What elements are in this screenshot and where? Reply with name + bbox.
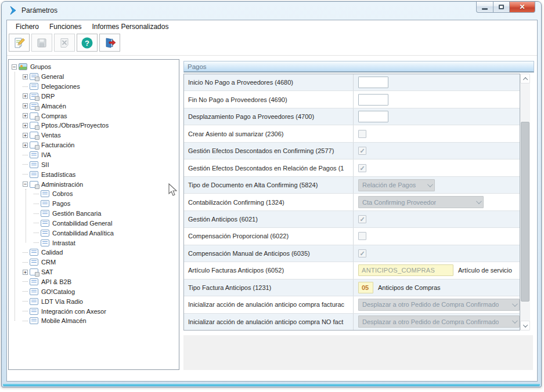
scroll-up-button[interactable] xyxy=(520,74,530,84)
expand-icon[interactable]: + xyxy=(23,123,28,128)
maximize-button[interactable] xyxy=(493,2,510,13)
tree-item-pptos-obras-proyectos[interactable]: +Pptos./Obras/Proyectos xyxy=(9,121,179,130)
expand-icon[interactable]: + xyxy=(23,103,28,108)
tree-item-compras[interactable]: +Compras xyxy=(9,111,179,121)
checkbox-checked-icon[interactable]: ✓ xyxy=(358,249,366,257)
param-value-cell: Relación de Pagos xyxy=(354,177,520,193)
tree-item-sii[interactable]: SII xyxy=(9,159,179,169)
expand-icon[interactable]: + xyxy=(23,133,28,138)
select-value: Relación de Pagos xyxy=(362,182,416,188)
tree-item-drp[interactable]: +DRP xyxy=(9,92,179,101)
expand-icon[interactable]: + xyxy=(23,74,28,79)
tree-item-pagos[interactable]: Pagos xyxy=(9,199,179,209)
tree-item-sat[interactable]: +SAT xyxy=(9,267,179,277)
tree-item-cobros[interactable]: Cobros xyxy=(9,189,179,199)
param-code-input[interactable]: ANTICIPOS_COMPRAS xyxy=(358,264,453,276)
param-text-input[interactable] xyxy=(358,111,388,122)
chevron-down-icon xyxy=(523,322,527,327)
client-area: Fichero Funciones Informes Personalizado… xyxy=(6,20,538,382)
tree-item-label: Contabilidad General xyxy=(52,220,112,227)
list-icon xyxy=(41,190,49,197)
collapse-icon[interactable]: − xyxy=(23,182,28,187)
tree-connector xyxy=(23,281,28,282)
param-label: Contabilización Confirming (1324) xyxy=(184,194,354,210)
vertical-scrollbar[interactable] xyxy=(520,74,530,331)
param-row-crear-asiento-al-sumarizar-2306: Crear Asiento al sumarizar (2306) xyxy=(184,125,520,142)
tree-item-grupos[interactable]: −Grupos xyxy=(9,62,179,72)
param-value-cell xyxy=(354,125,520,141)
close-button[interactable]: ✕ xyxy=(510,2,535,13)
menu-funciones[interactable]: Funciones xyxy=(44,21,87,32)
param-text-input[interactable] xyxy=(358,77,388,88)
minimize-button[interactable] xyxy=(476,2,493,13)
tree-item-integraci-n-con-axesor[interactable]: Integración con Axesor xyxy=(9,306,179,316)
tree-item-delegaciones[interactable]: Delegaciones xyxy=(9,82,179,92)
tree-item-iva[interactable]: IVA xyxy=(9,150,179,160)
checkbox-unchecked-icon[interactable] xyxy=(358,130,366,138)
select-value: Cta Confirming Proveedor xyxy=(362,199,436,206)
tree-item-api-b2b[interactable]: API & B2B xyxy=(9,277,179,287)
param-select[interactable]: Relación de Pagos xyxy=(358,179,435,191)
scroll-down-button[interactable] xyxy=(520,321,530,331)
checkbox-checked-icon[interactable]: ✓ xyxy=(358,147,366,155)
groups-tree: −Grupos+GeneralDelegaciones+DRP+Almacén+… xyxy=(9,62,179,326)
tree-item-general[interactable]: +General xyxy=(9,72,179,82)
checkbox-unchecked-icon[interactable] xyxy=(358,232,366,240)
select-value: Desplazar a otro Pedido de Compra Confir… xyxy=(362,301,499,308)
tree-item-calidad[interactable]: Calidad xyxy=(9,248,179,257)
scrollbar-thumb[interactable] xyxy=(521,122,529,302)
param-select[interactable]: Desplazar a otro Pedido de Compra Confir… xyxy=(358,299,520,311)
checkbox-checked-icon[interactable]: ✓ xyxy=(358,215,366,223)
expand-icon[interactable]: + xyxy=(23,93,28,99)
exit-button[interactable] xyxy=(99,34,120,52)
tree-item-ldt-v-a-radio[interactable]: LDT Vía Radio xyxy=(9,296,179,306)
param-value-cell: Desplazar a otro Pedido de Compra Confir… xyxy=(354,296,520,313)
tree-item-administraci-n[interactable]: −Administración xyxy=(9,179,179,189)
tree-item-mobile-almac-n[interactable]: Mobile Almacén xyxy=(9,316,179,326)
tree-item-label: Gestión Bancaria xyxy=(52,210,101,217)
param-row-compensaci-n-proporcional-6022: Compensación Proporcional (6022) xyxy=(184,228,520,245)
picture-icon xyxy=(19,63,27,70)
tree-item-label: LDT Vía Radio xyxy=(41,298,83,305)
collapse-icon[interactable]: − xyxy=(12,64,17,70)
edit-button[interactable] xyxy=(9,34,30,52)
cancel-icon xyxy=(59,37,70,49)
tree-connector xyxy=(23,321,28,321)
list-icon xyxy=(41,210,49,217)
tree-item-almac-n[interactable]: +Almacén xyxy=(9,101,179,111)
expand-icon[interactable]: + xyxy=(23,113,28,118)
minimize-icon xyxy=(482,8,488,10)
tree-item-facturaci-n[interactable]: +Facturación xyxy=(9,140,179,150)
tree-item-gesti-n-bancaria[interactable]: Gestión Bancaria xyxy=(9,209,179,219)
tree-connector xyxy=(23,174,28,175)
help-button[interactable]: ? xyxy=(77,34,98,52)
tree-connector xyxy=(34,223,39,223)
checkbox-checked-icon[interactable]: ✓ xyxy=(358,164,366,172)
tree-item-intrastat[interactable]: Intrastat xyxy=(9,238,179,248)
param-value-cell: ✓ xyxy=(354,245,520,262)
tree-item-ventas[interactable]: +Ventas xyxy=(9,130,179,140)
tree-item-contabilidad-general[interactable]: Contabilidad General xyxy=(9,219,179,228)
param-value-cell: Desplazar a otro Pedido de Compra Confir… xyxy=(354,314,520,330)
tree-item-crm[interactable]: CRM xyxy=(9,257,179,267)
menu-informes-personalizados[interactable]: Informes Personalizados xyxy=(87,21,174,32)
param-value-cell: ANTICIPOS_COMPRASArtículo de servicio xyxy=(354,262,520,278)
param-row-tipo-de-documento-en-alta-confirming-582: Tipo de Documento en Alta Confirming (58… xyxy=(184,177,520,194)
tree-item-go-catalog[interactable]: GO!Catalog xyxy=(9,286,179,296)
form-icon xyxy=(30,141,38,148)
param-text-input[interactable] xyxy=(358,94,388,106)
param-select[interactable]: Cta Confirming Proveedor xyxy=(358,196,484,208)
param-code-input[interactable]: 05 xyxy=(358,282,373,293)
tree-item-estad-sticas[interactable]: Estadísticas xyxy=(9,169,179,179)
expand-icon[interactable]: + xyxy=(23,143,28,148)
chevron-up-icon xyxy=(523,77,527,82)
expand-icon[interactable]: + xyxy=(23,270,28,275)
exit-icon xyxy=(103,37,116,49)
tree-connector xyxy=(34,204,39,204)
title-bar[interactable]: Parámetros ✕ xyxy=(2,2,541,19)
param-select[interactable]: Desplazar a otro Pedido de Compra Confir… xyxy=(358,315,520,328)
tree-item-contabilidad-anal-tica[interactable]: Contabilidad Analítica xyxy=(9,228,179,238)
menu-fichero[interactable]: Fichero xyxy=(10,21,44,32)
param-row-contabilizaci-n-confirming-1324: Contabilización Confirming (1324)Cta Con… xyxy=(184,194,520,210)
tree-connector xyxy=(23,291,28,292)
